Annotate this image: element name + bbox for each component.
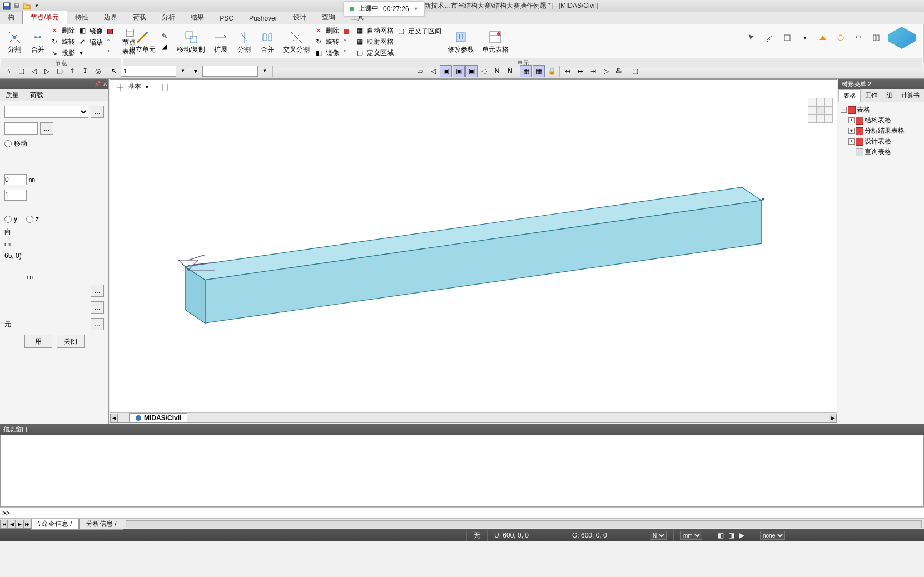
vc-mr[interactable]	[824, 106, 833, 115]
ribbon-elem-icon2[interactable]: ◢	[160, 42, 172, 52]
lp-tab-load[interactable]: 荷载	[24, 89, 49, 101]
ribbon-define-region[interactable]: ▢定义区域	[355, 48, 395, 58]
msg-tab-analysis[interactable]: 分析信息 /	[79, 519, 123, 530]
recording-dropdown-icon[interactable]: ▼	[414, 6, 419, 12]
vc-ml[interactable]	[808, 106, 816, 115]
view-cube[interactable]	[808, 98, 833, 123]
tb-home-icon[interactable]: ⌂	[2, 65, 14, 77]
ribbon-noop2[interactable]: ◦	[106, 36, 118, 46]
ribbon-rotate-node[interactable]: ↻旋转	[50, 37, 77, 47]
lp-num-1[interactable]	[4, 190, 27, 201]
qat-print-icon[interactable]	[12, 2, 21, 11]
ribbon-tab-results[interactable]: 结果	[183, 11, 212, 24]
ribbon-move-copy[interactable]: 移动/复制	[173, 27, 208, 58]
tb-align2-icon[interactable]: ↦	[574, 65, 587, 77]
tb-rect-icon[interactable]: ▢	[15, 65, 27, 77]
tb-wireframe-icon[interactable]: ▱	[414, 65, 426, 77]
sb-icon2[interactable]: ◨	[727, 531, 736, 540]
vt-dropdown-icon[interactable]: ▼	[799, 32, 811, 44]
ribbon-tab-query[interactable]: 查询	[314, 11, 343, 24]
tb-grid1-icon[interactable]: ▦	[520, 65, 532, 77]
tb-lock-icon[interactable]: 🔒	[545, 65, 558, 77]
lp-radio-move-input[interactable]	[4, 140, 12, 147]
lp-close-icon[interactable]: ✕	[103, 81, 107, 87]
ribbon-tab-analysis[interactable]: 分析	[154, 11, 183, 24]
msg-nav-first[interactable]: ⏮	[0, 520, 8, 529]
ribbon-noop1[interactable]: ▾	[78, 48, 105, 58]
model-canvas[interactable]	[110, 94, 837, 412]
tb-run-icon[interactable]: ▷	[600, 65, 612, 77]
lp-select-1[interactable]	[4, 106, 88, 118]
ribbon-map-mesh[interactable]: ▦映射网格	[355, 37, 395, 47]
ribbon-project[interactable]: ↘投影	[50, 48, 77, 58]
vp-doctab[interactable]: MIDAS/Civil	[129, 413, 187, 423]
tree-result-tables[interactable]: +分析结果表格	[848, 126, 922, 136]
ribbon-flag-red1[interactable]	[106, 28, 118, 35]
msg-nav-next[interactable]: ▶	[16, 520, 23, 529]
tb-play-icon[interactable]: ▷	[41, 65, 53, 77]
sb-unit-mm[interactable]: mm	[680, 531, 702, 540]
sb-select-none[interactable]: none	[760, 531, 785, 540]
tb-drop2-icon[interactable]: ▼	[259, 65, 271, 77]
lp-dots-5[interactable]: ...	[91, 318, 104, 330]
lp-num-0[interactable]	[4, 174, 27, 185]
ribbon-intersect[interactable]: 交叉分割	[280, 27, 313, 58]
tree-structure-tables[interactable]: +结构表格	[848, 115, 922, 126]
vp-drop-icon[interactable]: ▼	[145, 84, 150, 90]
ribbon-elem-misc2[interactable]: ◦	[342, 46, 354, 56]
ribbon-split-button[interactable]: 分割	[3, 27, 26, 58]
vt-refresh-icon[interactable]	[852, 32, 865, 44]
ribbon-elem-misc1[interactable]: ◦	[342, 36, 354, 46]
ribbon-tab-boundary[interactable]: 边界	[96, 11, 125, 24]
lp-pin-icon[interactable]: 📌	[95, 81, 101, 87]
msg-body[interactable]	[0, 435, 924, 507]
vc-bc[interactable]	[816, 115, 824, 123]
tb-back-icon[interactable]: ◁	[28, 65, 40, 77]
ribbon-scale-node[interactable]: ⤢缩放	[78, 37, 105, 48]
ribbon-tab-properties[interactable]: 特性	[67, 11, 96, 24]
vt-pencil-icon[interactable]	[763, 32, 776, 44]
ribbon-split-elem[interactable]: 分割	[233, 27, 255, 58]
ribbon-tab-design[interactable]: 设计	[285, 11, 314, 24]
lp-radio-move[interactable]: 移动	[4, 139, 104, 148]
ribbon-modify-params[interactable]: H修改参数	[444, 27, 478, 58]
vt-square-icon[interactable]	[781, 32, 793, 44]
tb-next-icon[interactable]: ▢	[53, 65, 66, 77]
tb-n-icon[interactable]: N	[491, 65, 503, 77]
ribbon-noop3[interactable]: ◦	[106, 46, 118, 56]
recording-overlay[interactable]: 上课中 00:27:26 ▼	[344, 1, 425, 16]
ribbon-tab-structure[interactable]: 构	[0, 11, 22, 24]
vt-columns-icon[interactable]	[870, 32, 882, 44]
tree-query-tables[interactable]: 查询表格	[848, 147, 922, 157]
msg-nav-prev[interactable]: ◀	[8, 520, 16, 529]
lp-radio-y[interactable]: y	[4, 215, 17, 223]
rp-tab-group[interactable]: 组	[882, 89, 897, 102]
tree-design-tables[interactable]: +设计表格	[848, 136, 922, 147]
msg-command-line[interactable]: >>	[0, 507, 924, 518]
ribbon-element-table[interactable]: 单元表格	[479, 27, 512, 58]
ribbon-tab-pushover[interactable]: Pushover	[241, 13, 285, 24]
tb-shade2-icon[interactable]: ▣	[453, 65, 465, 77]
qat-dropdown-icon[interactable]: ▼	[32, 2, 41, 11]
qat-save-icon[interactable]	[2, 2, 11, 11]
vt-cursor-icon[interactable]	[746, 32, 758, 44]
tb-drop1-icon[interactable]: ▼	[177, 65, 189, 77]
ribbon-merge-elem[interactable]: 合并	[256, 27, 279, 58]
vc-tc[interactable]	[816, 98, 824, 106]
lp-input-1[interactable]	[4, 122, 38, 135]
tb-input-1[interactable]	[121, 66, 176, 77]
tb-print-icon[interactable]: 🖶	[613, 65, 625, 77]
tb-grid2-icon[interactable]: ▦	[533, 65, 545, 77]
tb-nbar-icon[interactable]: Ṅ	[504, 65, 516, 77]
vp-scroll-right[interactable]: ▶	[829, 414, 837, 422]
ribbon-create-element[interactable]: 建立单元	[126, 27, 159, 58]
lp-dots-1[interactable]: ...	[91, 106, 104, 118]
tb-hide-icon[interactable]: ◌	[478, 65, 490, 77]
tb-shade3-icon[interactable]: ▣	[465, 65, 478, 77]
ribbon-define-subregion[interactable]: ▢定义子区间	[396, 26, 443, 37]
lp-dots-3[interactable]: ...	[91, 285, 104, 297]
lp-radio-z[interactable]: z	[26, 215, 39, 223]
vp-grid-icon[interactable]	[161, 83, 170, 92]
lp-dots-4[interactable]: ...	[91, 301, 104, 314]
tb-leftview-icon[interactable]: ◁	[427, 65, 439, 77]
